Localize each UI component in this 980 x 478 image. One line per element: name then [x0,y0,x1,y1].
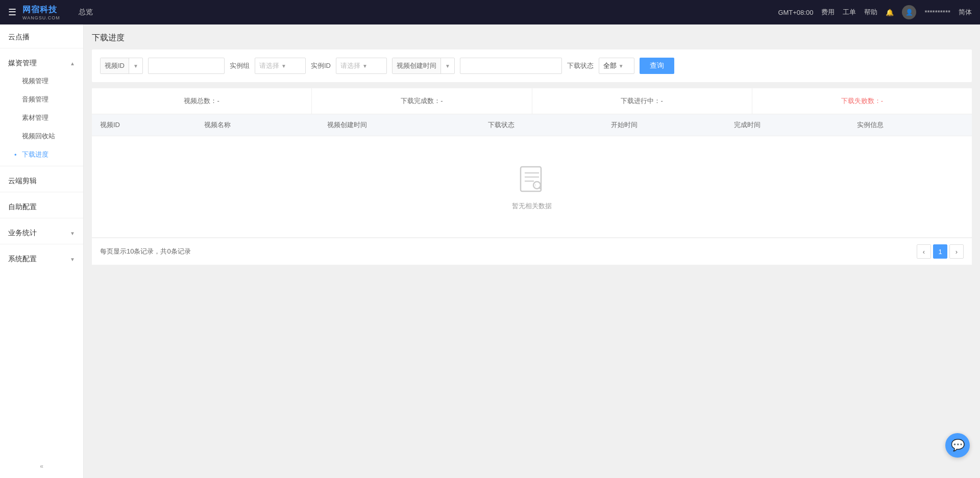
logo-main: 网宿科技 [22,5,57,15]
main-content: 下载进度 视频ID ▼ 实例组 请选择 ▼ 实例ID 请选择 ▼ [84,24,980,478]
chevron-down-icon-sys: ▼ [70,257,75,262]
filter-instance-id-select[interactable]: 请选择 ▼ [336,58,387,74]
empty-text: 暂无相关数据 [512,202,552,211]
chevron-down-icon-instance: ▼ [362,63,368,69]
filter-instance-group-label: 实例组 [230,61,250,70]
col-video-id: 视频ID [92,114,196,136]
col-instance-info: 实例信息 [849,114,972,136]
sidebar-section-biz-stats[interactable]: 业务统计 ▼ [0,220,83,242]
table-container: 视频总数：- 下载完成数：- 下载进行中：- 下载失败数：- 视频ID 视频名称 [92,88,972,265]
username-label: ********** [924,9,950,16]
empty-state: ! 暂无相关数据 [100,142,964,231]
chevron-down-icon-videoid: ▼ [133,63,138,69]
menu-icon[interactable]: ☰ [8,7,16,18]
stat-failed-label: 下载失败数：- [841,97,883,105]
float-chat-button[interactable]: 💬 [945,433,970,458]
stat-total-label: 视频总数：- [184,97,219,105]
col-video-name: 视频名称 [196,114,319,136]
filter-video-id-select[interactable]: 视频ID ▼ [100,58,143,74]
filter-instance-group-value: 请选择 [259,61,279,70]
table-header: 视频ID 视频名称 视频创建时间 下载状态 开始时间 完成时间 实例信息 [92,114,972,136]
help-link[interactable]: 帮助 [864,8,877,17]
logo-sub: WANGSU.COM [22,15,60,20]
billing-link[interactable]: 费用 [821,8,835,17]
filter-create-time-select[interactable]: 视频创建时间 ▼ [392,58,455,74]
sidebar-collapse-button[interactable]: « [0,463,83,470]
filter-instance-id-label: 实例ID [311,61,331,70]
sidebar-item-self-config[interactable]: 自助配置 [0,194,83,216]
sidebar-item-cloud-vod[interactable]: 云点播 [0,24,83,46]
pagination-bar: 每页显示10条记录，共0条记录 ‹ 1 › [92,238,972,265]
sidebar-item-video-manage[interactable]: 视频管理 [0,72,83,90]
filter-create-time-label: 视频创建时间 [393,58,441,73]
sidebar-item-audio-manage[interactable]: 音频管理 [0,90,83,109]
empty-icon: ! [516,163,548,195]
stat-completed: 下载完成数：- [312,88,532,114]
logo: 网宿科技 WANGSU.COM [22,5,60,20]
stat-completed-label: 下载完成数：- [401,97,443,105]
sidebar-item-material-manage[interactable]: 素材管理 [0,109,83,127]
chat-icon: 💬 [951,439,965,452]
stat-failed: 下载失败数：- [752,88,972,114]
col-create-time: 视频创建时间 [319,114,480,136]
filter-video-id-input[interactable] [148,58,225,74]
data-table: 视频ID 视频名称 视频创建时间 下载状态 开始时间 完成时间 实例信息 [92,114,972,238]
chevron-down-icon-status: ▼ [619,63,624,69]
filter-create-time-input[interactable] [460,58,562,74]
filter-download-status-value: 全部 [603,61,617,70]
chevron-up-icon: ▲ [70,61,75,66]
pagination-controls: ‹ 1 › [917,244,964,259]
chevron-down-icon-biz: ▼ [70,231,75,236]
page-title: 下载进度 [92,33,972,43]
query-button[interactable]: 查询 [640,58,674,74]
svg-text:!: ! [535,183,536,188]
pagination-prev-button[interactable]: ‹ [917,244,931,259]
filter-video-id-label: 视频ID [101,58,129,73]
user-icon: 👤 [905,9,913,16]
stats-bar: 视频总数：- 下载完成数：- 下载进行中：- 下载失败数：- [92,88,972,114]
filter-download-status-select[interactable]: 全部 ▼ [599,58,634,74]
pagination-next-button[interactable]: › [949,244,964,259]
col-download-status: 下载状态 [480,114,603,136]
timezone-label: GMT+08:00 [778,9,813,16]
sidebar-divider-2 [0,166,83,166]
sidebar-item-download-progress[interactable]: 下载进度 [0,145,83,164]
empty-state-row: ! 暂无相关数据 [92,136,972,238]
notification-icon[interactable]: 🔔 [886,9,894,16]
table-body: ! 暂无相关数据 [92,136,972,238]
ticket-link[interactable]: 工单 [843,8,856,17]
chevron-left-icon: ‹ [923,248,925,256]
user-avatar[interactable]: 👤 [902,5,916,19]
chevron-down-icon-time: ▼ [445,63,450,69]
sidebar-section-sys-config[interactable]: 系统配置 ▼ [0,246,83,268]
svg-rect-0 [521,167,541,191]
sidebar-divider-4 [0,218,83,218]
sidebar-item-cloud-edit[interactable]: 云端剪辑 [0,168,83,190]
sidebar: 云点播 媒资管理 ▲ 视频管理 音频管理 素材管理 视频回收站 下载进度 云端剪… [0,24,84,478]
lang-switch[interactable]: 简体 [959,8,972,17]
sidebar-section-media[interactable]: 媒资管理 ▲ [0,51,83,72]
filter-bar: 视频ID ▼ 实例组 请选择 ▼ 实例ID 请选择 ▼ 视频创建时间 [92,49,972,82]
chevron-right-icon: › [955,248,958,256]
nav-link-overview[interactable]: 总览 [79,8,93,17]
sidebar-divider-5 [0,244,83,244]
stat-total: 视频总数：- [92,88,312,114]
col-end-time: 完成时间 [726,114,849,136]
filter-instance-id-value: 请选择 [340,61,360,70]
top-navigation: ☰ 网宿科技 WANGSU.COM 总览 GMT+08:00 费用 工单 帮助 … [0,0,980,24]
sidebar-divider-1 [0,48,83,48]
sidebar-item-video-recycle[interactable]: 视频回收站 [0,127,83,145]
filter-instance-group-select[interactable]: 请选择 ▼ [255,58,306,74]
pagination-summary: 每页显示10条记录，共0条记录 [100,247,191,256]
main-layout: 云点播 媒资管理 ▲ 视频管理 音频管理 素材管理 视频回收站 下载进度 云端剪… [0,0,980,478]
top-nav-right: GMT+08:00 费用 工单 帮助 🔔 👤 ********** 简体 [778,5,972,19]
filter-download-status-label: 下载状态 [567,61,594,70]
chevron-down-icon-group: ▼ [281,63,286,69]
col-start-time: 开始时间 [603,114,726,136]
stat-in-progress: 下载进行中：- [532,88,752,114]
pagination-page-1[interactable]: 1 [933,244,947,259]
stat-in-progress-label: 下载进行中：- [621,97,663,105]
sidebar-divider-3 [0,192,83,192]
